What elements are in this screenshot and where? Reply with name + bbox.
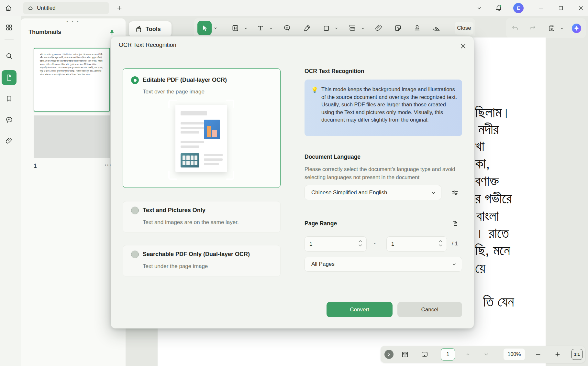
dialog-column-divider [293,65,293,321]
home-button[interactable] [3,3,14,14]
redo-button[interactable] [526,22,538,34]
chevron-down-icon [334,26,338,30]
plus-icon [554,351,561,358]
measure-tool-button[interactable] [346,22,359,34]
sticker-tool-button[interactable] [392,22,404,34]
notifications-button[interactable] [493,3,504,14]
option-editable-pdf[interactable]: Editable PDF (Dual-layer OCR) Text over … [123,68,281,188]
chevron-down-icon [431,190,436,195]
zoom-level[interactable]: 100% [504,349,525,360]
sidebar-item-panels[interactable] [2,20,17,35]
thumbnail-text: আমি গত সপ্তাহে সুন্দরবন ভ্রমণে গিয়েছিলা… [40,53,104,76]
stamp-tool-button[interactable] [411,22,423,34]
shape-tool-button[interactable] [320,22,332,34]
expand-bar-button[interactable] [384,350,394,359]
current-page-box[interactable]: 1 [441,348,455,361]
measure-tool-dropdown[interactable] [360,25,366,32]
close-tools-label: Close [457,25,471,31]
minimize-button[interactable] [536,3,547,14]
convert-button[interactable]: Convert [327,302,393,317]
range-from-stepper[interactable] [358,240,362,247]
zoom-in-button[interactable] [551,348,564,361]
radio-unselected-icon[interactable] [131,251,139,258]
sidebar-item-bookmarks[interactable] [2,91,17,106]
avatar[interactable]: E [513,3,524,13]
stamp-tool-icon [413,24,421,32]
pen-tool-icon [303,24,311,32]
page-thumbnail[interactable]: আমি গত সপ্তাহে সুন্দরবন ভ্রমণে গিয়েছিলা… [34,48,110,112]
tools-tab[interactable]: Tools [129,21,172,37]
range-from-input[interactable] [309,237,348,251]
note-tool-button[interactable] [281,22,293,34]
range-from-field[interactable] [305,236,367,252]
cancel-button[interactable]: Cancel [397,302,462,317]
shape-tool-dropdown[interactable] [333,25,339,32]
sidebar-item-comments[interactable] [2,112,17,127]
main-toolbar: Close [194,18,475,38]
page-layout-button[interactable] [399,348,411,361]
document-text-fragment: তি যেন [483,295,514,309]
sidebar-item-attachments[interactable] [2,134,17,148]
select-tool-dropdown[interactable] [212,25,219,32]
page-range-settings-button[interactable] [449,218,461,230]
document-text-fragment: বণাক্ত [475,174,499,188]
new-tab-button[interactable] [114,3,125,14]
sidebar-item-thumbnails[interactable] [2,70,17,85]
heading-tool-button[interactable] [229,22,241,34]
thumbnails-panel: • • • Thumbnails আমি গত সপ্তাহে সুন্দরবন… [21,18,126,366]
mock-chart [204,120,220,139]
language-dropdown[interactable]: Chinese Simplified and English [305,185,441,200]
text-tool-button[interactable] [254,22,267,34]
page-range-icon [451,220,459,228]
grid-icon [5,24,13,31]
document-text-fragment: য়ে [475,261,485,275]
statusbar-divider [435,350,435,359]
zoom-out-button[interactable] [532,348,544,361]
panel-drag-handle[interactable]: • • • [63,19,83,24]
close-window-button[interactable] [575,3,586,14]
sidebar-item-search[interactable] [2,48,17,63]
maximize-icon [558,5,564,11]
option-text-pictures-only[interactable]: Text and Pictures Only Text and images a… [123,201,281,232]
titlebar-divider [531,5,531,11]
save-dropdown[interactable] [559,25,565,32]
pen-tool-button[interactable] [301,22,313,34]
radio-unselected-icon[interactable] [131,207,139,214]
document-text-fragment: । রাতে [475,226,509,240]
undo-button[interactable] [509,22,521,34]
close-tools-button[interactable]: Close [455,22,473,35]
dialog-close-button[interactable] [459,42,467,50]
avatar-initial: E [517,5,520,11]
option-subtitle: Text and images are on the same layer. [143,219,239,226]
minus-icon [535,351,541,358]
document-tab[interactable]: Untitled [23,2,109,14]
heading-tool-dropdown[interactable] [243,25,249,32]
presentation-button[interactable] [418,348,431,361]
attach-tool-button[interactable] [373,22,385,34]
titlebar-collapse-button[interactable] [474,3,485,14]
actual-size-button[interactable]: 1:1 [571,349,582,360]
pages-dropdown[interactable]: All Pages [305,257,462,272]
previous-page-button[interactable] [462,348,474,361]
app-logo-button[interactable] [2,362,17,366]
save-button[interactable] [545,22,558,34]
range-to-input[interactable] [391,237,430,251]
range-to-field[interactable] [386,236,447,252]
radio-selected-icon[interactable] [131,76,139,84]
frame-corner [168,171,177,180]
language-settings-button[interactable] [449,187,461,199]
chevron-down-icon [244,26,248,30]
thumbnails-title: Thumbnails [28,29,61,36]
next-page-button[interactable] [480,348,493,361]
ai-assistant-button[interactable] [571,22,582,34]
cancel-label: Cancel [421,307,438,313]
text-tool-dropdown[interactable] [268,25,274,32]
option-searchable-pdf[interactable]: Searchable PDF Only (Dual-layer OCR) Tex… [123,245,281,276]
tools-label: Tools [146,26,161,33]
range-to-stepper[interactable] [438,240,443,247]
select-tool-button[interactable] [197,21,212,35]
signature-tool-button[interactable] [430,22,442,34]
maximize-button[interactable] [555,3,566,14]
document-text-fragment: ছি, মনে [475,243,510,257]
comment-icon [5,116,13,124]
